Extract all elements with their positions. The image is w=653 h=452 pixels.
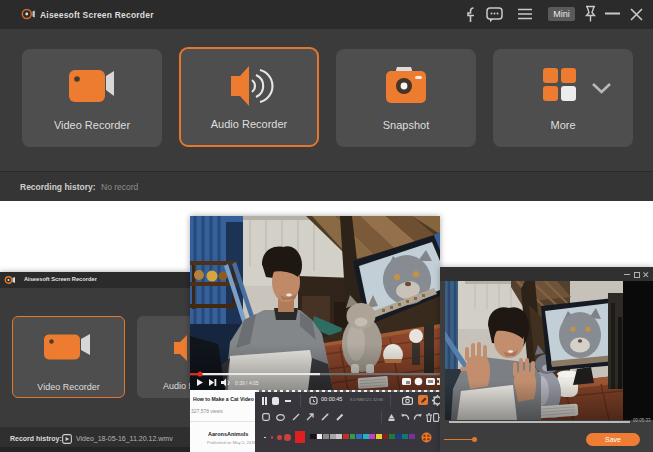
svg-text:0:39 / 4:05: 0:39 / 4:05 [235, 380, 259, 386]
